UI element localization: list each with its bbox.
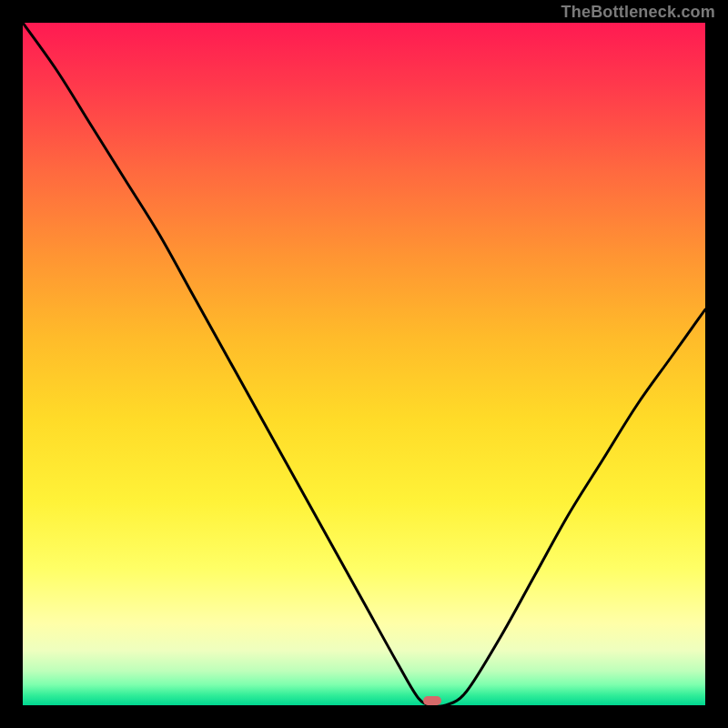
optimal-point-marker xyxy=(423,696,441,705)
chart-frame: TheBottleneck.com xyxy=(0,0,728,728)
plot-area xyxy=(23,23,705,705)
background-gradient xyxy=(23,23,705,705)
watermark-text: TheBottleneck.com xyxy=(561,3,715,22)
